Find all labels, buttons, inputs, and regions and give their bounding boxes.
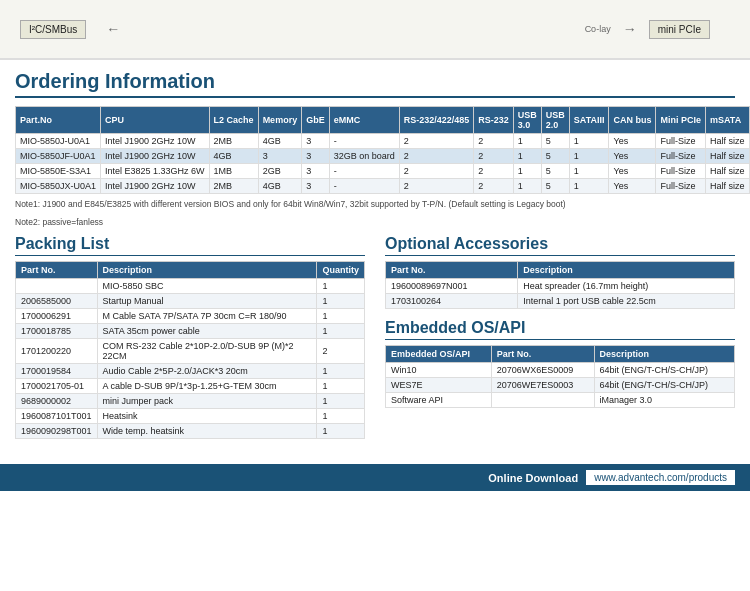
- ordering-row: MIO-5850JX-U0A1Intel J1900 2GHz 10W2MB4G…: [16, 179, 751, 194]
- right-column: Optional Accessories Part No. Descriptio…: [385, 235, 735, 439]
- col-usb30: USB3.0: [513, 107, 541, 134]
- ordering-row: MIO-5850JF-U0A1Intel J1900 2GHz 10W4GB33…: [16, 149, 751, 164]
- embedded-table: Embedded OS/API Part No. Description Win…: [385, 345, 735, 408]
- ordering-row: MIO-5850E-S3A1Intel E3825 1.33GHz 6W1MB2…: [16, 164, 751, 179]
- ordering-cell: 2: [399, 149, 474, 164]
- packing-cell: M Cable SATA 7P/SATA 7P 30cm C=R 180/90: [97, 309, 317, 324]
- main-content: Ordering Information Part.No CPU L2 Cach…: [0, 60, 750, 449]
- col-emmc: eMMC: [329, 107, 399, 134]
- packing-row: 1960087101T001Heatsink1: [16, 409, 365, 424]
- colay-label: Co-lay: [585, 24, 611, 34]
- ordering-cell: 5: [541, 164, 569, 179]
- packing-row: MIO-5850 SBC1: [16, 279, 365, 294]
- packing-row: 1700018785SATA 35cm power cable1: [16, 324, 365, 339]
- packing-cell: 1: [317, 309, 365, 324]
- ordering-cell: Half size: [706, 179, 750, 194]
- packing-cell: 1700018785: [16, 324, 98, 339]
- ordering-cell: 3: [302, 149, 330, 164]
- col-cpu: CPU: [101, 107, 210, 134]
- ordering-cell: 4GB: [209, 149, 258, 164]
- packing-cell: 1: [317, 409, 365, 424]
- embedded-cell: 20706WX6ES0009: [491, 363, 594, 378]
- ordering-cell: 4GB: [258, 179, 302, 194]
- ordering-cell: Yes: [609, 179, 656, 194]
- embedded-cell: Software API: [386, 393, 492, 408]
- ordering-cell: Intel E3825 1.33GHz 6W: [101, 164, 210, 179]
- embedded-row: Win1020706WX6ES000964bit (ENG/T-CH/S-CH/…: [386, 363, 735, 378]
- ordering-cell: Half size: [706, 134, 750, 149]
- ordering-cell: 5: [541, 179, 569, 194]
- packing-cell: mini Jumper pack: [97, 394, 317, 409]
- packing-cell: 2: [317, 339, 365, 364]
- diagram-area: I²C/SMBus ← Co-lay → mini PCIe: [0, 0, 750, 60]
- packing-row: 1701200220COM RS-232 Cable 2*10P-2.0/D-S…: [16, 339, 365, 364]
- ordering-cell: Half size: [706, 164, 750, 179]
- ordering-cell: Yes: [609, 134, 656, 149]
- ordering-cell: 5: [541, 149, 569, 164]
- embedded-cell: 64bit (ENG/T-CH/S-CH/JP): [594, 363, 734, 378]
- packing-cell: 1: [317, 294, 365, 309]
- packing-cell: 1: [317, 379, 365, 394]
- col-partno: Part.No: [16, 107, 101, 134]
- packing-cell: [16, 279, 98, 294]
- embedded-cell: iManager 3.0: [594, 393, 734, 408]
- ordering-cell: MIO-5850J-U0A1: [16, 134, 101, 149]
- col-rs422: RS-232/422/485: [399, 107, 474, 134]
- packing-row: 1700019584Audio Cable 2*5P-2.0/JACK*3 20…: [16, 364, 365, 379]
- ordering-cell: 3: [302, 134, 330, 149]
- optional-cell: Internal 1 port USB cable 22.5cm: [518, 294, 735, 309]
- diagram-box-i2c: I²C/SMBus: [20, 20, 86, 39]
- ordering-cell: 2GB: [258, 164, 302, 179]
- packing-cell: Wide temp. heatsink: [97, 424, 317, 439]
- ordering-cell: 1: [513, 164, 541, 179]
- ordering-cell: Intel J1900 2GHz 10W: [101, 134, 210, 149]
- note1: Note1: J1900 and E845/E3825 with differe…: [15, 199, 735, 209]
- ordering-cell: 2: [474, 179, 514, 194]
- col-minipcie: Mini PCIe: [656, 107, 706, 134]
- packing-cell: Audio Cable 2*5P-2.0/JACK*3 20cm: [97, 364, 317, 379]
- packing-row: 1700006291M Cable SATA 7P/SATA 7P 30cm C…: [16, 309, 365, 324]
- packing-cell: 1960090298T001: [16, 424, 98, 439]
- ordering-cell: 2: [399, 179, 474, 194]
- packing-cell: SATA 35cm power cable: [97, 324, 317, 339]
- minipcie-box: mini PCIe: [649, 20, 710, 39]
- ordering-cell: Full-Size: [656, 164, 706, 179]
- ordering-cell: Full-Size: [656, 179, 706, 194]
- embedded-title: Embedded OS/API: [385, 319, 735, 340]
- packing-cell: 1700019584: [16, 364, 98, 379]
- optional-row: 19600089697N001Heat spreader (16.7mm hei…: [386, 279, 735, 294]
- diagram-arrow2: →: [623, 21, 637, 37]
- col-gbe: GbE: [302, 107, 330, 134]
- optional-cell: 1703100264: [386, 294, 518, 309]
- optional-row: 1703100264Internal 1 port USB cable 22.5…: [386, 294, 735, 309]
- packing-cell: 1: [317, 394, 365, 409]
- diagram-right: Co-lay → mini PCIe: [585, 20, 720, 39]
- embedded-cell: 20706WE7ES0003: [491, 378, 594, 393]
- ordering-cell: Half size: [706, 149, 750, 164]
- ordering-cell: 5: [541, 134, 569, 149]
- ordering-cell: -: [329, 134, 399, 149]
- ordering-cell: MIO-5850JX-U0A1: [16, 179, 101, 194]
- ordering-table: Part.No CPU L2 Cache Memory GbE eMMC RS-…: [15, 106, 750, 194]
- packing-cell: 1: [317, 279, 365, 294]
- packing-section: Packing List Part No. Description Quanti…: [15, 235, 365, 439]
- col-rs232: RS-232: [474, 107, 514, 134]
- ordering-cell: 1: [513, 149, 541, 164]
- packing-row: 2006585000Startup Manual1: [16, 294, 365, 309]
- diagram-arrow: ←: [106, 21, 120, 37]
- ordering-cell: -: [329, 179, 399, 194]
- embedded-row: WES7E20706WE7ES000364bit (ENG/T-CH/S-CH/…: [386, 378, 735, 393]
- optional-cell: Heat spreader (16.7mm height): [518, 279, 735, 294]
- ordering-cell: 1: [569, 164, 609, 179]
- ordering-cell: Intel J1900 2GHz 10W: [101, 149, 210, 164]
- two-col-layout: Packing List Part No. Description Quanti…: [15, 235, 735, 439]
- footer-label: Online Download: [488, 472, 578, 484]
- ordering-cell: Full-Size: [656, 134, 706, 149]
- ordering-cell: 4GB: [258, 134, 302, 149]
- ordering-cell: 1: [569, 149, 609, 164]
- ordering-cell: -: [329, 164, 399, 179]
- ordering-cell: 2: [399, 164, 474, 179]
- packing-cell: MIO-5850 SBC: [97, 279, 317, 294]
- embed-col-os: Embedded OS/API: [386, 346, 492, 363]
- footer-url[interactable]: www.advantech.com/products: [586, 470, 735, 485]
